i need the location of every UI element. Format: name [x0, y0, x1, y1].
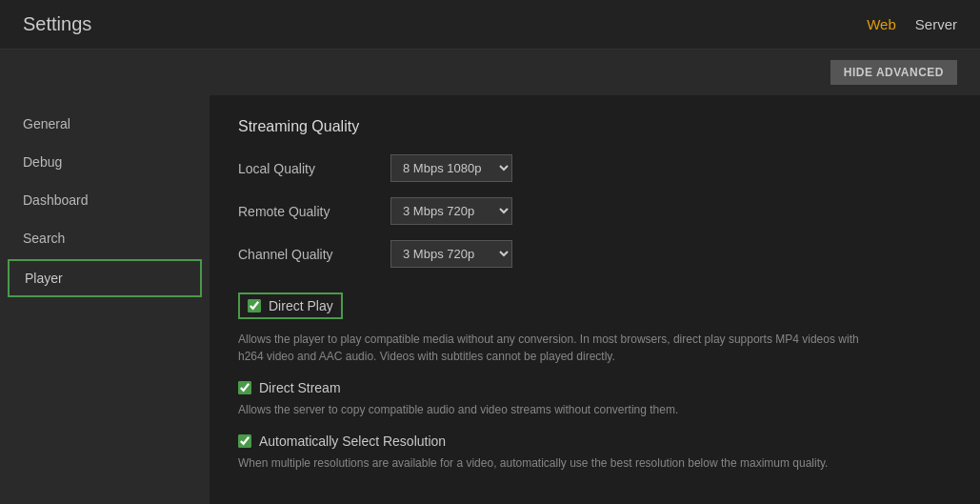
local-quality-select[interactable]: Maximum 20 Mbps 1080p 8 Mbps 1080p 4 Mbp… [390, 154, 512, 182]
sidebar-item-dashboard[interactable]: Dashboard [0, 181, 210, 219]
page-title: Settings [23, 13, 91, 35]
auto-resolution-description: When multiple resolutions are available … [238, 454, 886, 472]
sidebar: General Debug Dashboard Search Player [0, 95, 210, 504]
hide-advanced-button[interactable]: HIDE ADVANCED [830, 60, 957, 85]
sidebar-item-debug[interactable]: Debug [0, 143, 210, 181]
header-nav: Web Server [867, 12, 957, 36]
content-area: Streaming Quality Local Quality Maximum … [210, 95, 980, 504]
auto-resolution-label[interactable]: Automatically Select Resolution [259, 433, 446, 449]
channel-quality-label: Channel Quality [238, 247, 390, 262]
direct-play-row: Direct Play [238, 292, 343, 319]
remote-quality-row: Remote Quality Maximum 20 Mbps 1080p 8 M… [238, 197, 951, 225]
auto-resolution-row: Automatically Select Resolution [238, 433, 951, 449]
remote-quality-label: Remote Quality [238, 204, 390, 219]
local-quality-row: Local Quality Maximum 20 Mbps 1080p 8 Mb… [238, 154, 951, 182]
auto-resolution-checkbox[interactable] [238, 434, 251, 448]
nav-server[interactable]: Server [915, 12, 957, 36]
header: Settings Web Server [0, 0, 980, 50]
direct-play-checkbox[interactable] [248, 299, 261, 312]
sidebar-item-player[interactable]: Player [8, 259, 202, 297]
direct-stream-row: Direct Stream [238, 380, 951, 395]
local-quality-label: Local Quality [238, 161, 390, 176]
direct-stream-label[interactable]: Direct Stream [259, 380, 341, 395]
direct-stream-description: Allows the server to copy compatible aud… [238, 401, 886, 418]
section-title: Streaming Quality [238, 118, 951, 135]
direct-stream-checkbox[interactable] [238, 381, 251, 394]
sidebar-item-search[interactable]: Search [0, 219, 210, 257]
nav-web[interactable]: Web [867, 12, 896, 36]
channel-quality-select[interactable]: Maximum 20 Mbps 1080p 8 Mbps 1080p 4 Mbp… [390, 240, 512, 268]
search-bar-row: HIDE ADVANCED [0, 50, 980, 95]
sidebar-item-general[interactable]: General [0, 105, 210, 143]
direct-play-description: Allows the player to play compatible med… [238, 331, 886, 365]
main-layout: General Debug Dashboard Search Player St… [0, 95, 980, 504]
channel-quality-row: Channel Quality Maximum 20 Mbps 1080p 8 … [238, 240, 951, 268]
remote-quality-select[interactable]: Maximum 20 Mbps 1080p 8 Mbps 1080p 4 Mbp… [390, 197, 512, 225]
direct-play-label[interactable]: Direct Play [269, 298, 333, 313]
